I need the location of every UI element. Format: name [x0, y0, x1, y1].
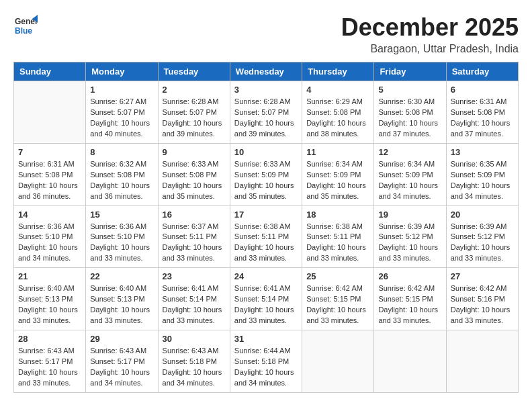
cell-w5-d5: [302, 330, 374, 393]
cell-w5-d6: [374, 330, 446, 393]
cell-info: Sunrise: 6:37 AM Sunset: 5:11 PM Dayligh…: [163, 222, 226, 265]
cell-w1-d4: 3Sunrise: 6:28 AM Sunset: 5:07 PM Daylig…: [230, 81, 302, 144]
day-number: 12: [378, 147, 441, 157]
day-number: 28: [18, 334, 81, 344]
cell-w2-d2: 8Sunrise: 6:32 AM Sunset: 5:08 PM Daylig…: [86, 143, 158, 205]
logo-icon: General Blue: [13, 13, 38, 38]
cell-info: Sunrise: 6:33 AM Sunset: 5:09 PM Dayligh…: [234, 159, 298, 202]
day-number: 17: [234, 210, 298, 220]
cell-info: Sunrise: 6:35 AM Sunset: 5:09 PM Dayligh…: [451, 159, 514, 202]
cell-info: Sunrise: 6:30 AM Sunset: 5:08 PM Dayligh…: [378, 97, 441, 140]
cell-w1-d3: 2Sunrise: 6:28 AM Sunset: 5:07 PM Daylig…: [158, 81, 230, 144]
day-number: 19: [378, 210, 441, 220]
cell-w5-d7: [446, 330, 518, 393]
col-wednesday: Wednesday: [230, 62, 302, 81]
cell-info: Sunrise: 6:29 AM Sunset: 5:08 PM Dayligh…: [306, 97, 369, 140]
cell-w4-d7: 27Sunrise: 6:42 AM Sunset: 5:16 PM Dayli…: [446, 268, 518, 330]
day-number: 21: [18, 271, 81, 281]
cell-w2-d3: 9Sunrise: 6:33 AM Sunset: 5:08 PM Daylig…: [158, 143, 230, 205]
day-number: 14: [18, 210, 81, 220]
cell-w1-d6: 5Sunrise: 6:30 AM Sunset: 5:08 PM Daylig…: [374, 81, 446, 144]
day-number: 15: [90, 210, 153, 220]
month-year: December 2025: [341, 13, 519, 42]
day-number: 2: [163, 85, 226, 95]
col-thursday: Thursday: [302, 62, 374, 81]
day-number: 4: [306, 85, 369, 95]
cell-info: Sunrise: 6:39 AM Sunset: 5:12 PM Dayligh…: [378, 222, 441, 265]
cell-w5-d4: 31Sunrise: 6:44 AM Sunset: 5:18 PM Dayli…: [230, 330, 302, 393]
cell-info: Sunrise: 6:43 AM Sunset: 5:18 PM Dayligh…: [163, 346, 226, 389]
day-number: 23: [163, 271, 226, 281]
cell-info: Sunrise: 6:36 AM Sunset: 5:10 PM Dayligh…: [90, 222, 153, 265]
cell-w3-d5: 18Sunrise: 6:38 AM Sunset: 5:11 PM Dayli…: [302, 205, 374, 268]
cell-w5-d3: 30Sunrise: 6:43 AM Sunset: 5:18 PM Dayli…: [158, 330, 230, 393]
cell-w4-d3: 23Sunrise: 6:41 AM Sunset: 5:14 PM Dayli…: [158, 268, 230, 330]
day-number: 11: [306, 147, 369, 157]
cell-w3-d2: 15Sunrise: 6:36 AM Sunset: 5:10 PM Dayli…: [86, 205, 158, 268]
cell-info: Sunrise: 6:39 AM Sunset: 5:12 PM Dayligh…: [451, 222, 514, 265]
cell-info: Sunrise: 6:44 AM Sunset: 5:18 PM Dayligh…: [234, 346, 298, 389]
cell-w3-d6: 19Sunrise: 6:39 AM Sunset: 5:12 PM Dayli…: [374, 205, 446, 268]
cell-info: Sunrise: 6:34 AM Sunset: 5:09 PM Dayligh…: [378, 159, 441, 202]
cell-info: Sunrise: 6:36 AM Sunset: 5:10 PM Dayligh…: [18, 222, 81, 265]
cell-w4-d1: 21Sunrise: 6:40 AM Sunset: 5:13 PM Dayli…: [14, 268, 86, 330]
page-header: General Blue December 2025 Baragaon, Utt…: [13, 13, 519, 55]
cell-info: Sunrise: 6:34 AM Sunset: 5:09 PM Dayligh…: [306, 159, 369, 202]
week-row-2: 7Sunrise: 6:31 AM Sunset: 5:08 PM Daylig…: [14, 143, 519, 205]
cell-w2-d7: 13Sunrise: 6:35 AM Sunset: 5:09 PM Dayli…: [446, 143, 518, 205]
cell-info: Sunrise: 6:40 AM Sunset: 5:13 PM Dayligh…: [18, 283, 81, 326]
col-tuesday: Tuesday: [158, 62, 230, 81]
day-number: 20: [451, 210, 514, 220]
day-number: 5: [378, 85, 441, 95]
day-number: 25: [306, 271, 369, 281]
cell-w2-d5: 11Sunrise: 6:34 AM Sunset: 5:09 PM Dayli…: [302, 143, 374, 205]
day-number: 10: [234, 147, 298, 157]
cell-w1-d5: 4Sunrise: 6:29 AM Sunset: 5:08 PM Daylig…: [302, 81, 374, 144]
cell-w3-d3: 16Sunrise: 6:37 AM Sunset: 5:11 PM Dayli…: [158, 205, 230, 268]
day-number: 13: [451, 147, 514, 157]
cell-info: Sunrise: 6:38 AM Sunset: 5:11 PM Dayligh…: [234, 222, 298, 265]
cell-info: Sunrise: 6:43 AM Sunset: 5:17 PM Dayligh…: [18, 346, 81, 389]
title-block: December 2025 Baragaon, Uttar Pradesh, I…: [341, 13, 519, 55]
cell-info: Sunrise: 6:40 AM Sunset: 5:13 PM Dayligh…: [90, 283, 153, 326]
cell-w1-d7: 6Sunrise: 6:31 AM Sunset: 5:08 PM Daylig…: [446, 81, 518, 144]
day-number: 31: [234, 334, 298, 344]
cell-info: Sunrise: 6:42 AM Sunset: 5:15 PM Dayligh…: [306, 283, 369, 326]
cell-info: Sunrise: 6:41 AM Sunset: 5:14 PM Dayligh…: [163, 283, 226, 326]
location: Baragaon, Uttar Pradesh, India: [341, 43, 519, 55]
day-number: 27: [451, 271, 514, 281]
day-number: 1: [90, 85, 153, 95]
col-sunday: Sunday: [14, 62, 86, 81]
day-number: 3: [234, 85, 298, 95]
day-number: 26: [378, 271, 441, 281]
week-row-1: 1Sunrise: 6:27 AM Sunset: 5:07 PM Daylig…: [14, 81, 519, 144]
week-row-4: 21Sunrise: 6:40 AM Sunset: 5:13 PM Dayli…: [14, 268, 519, 330]
cell-info: Sunrise: 6:28 AM Sunset: 5:07 PM Dayligh…: [163, 97, 226, 140]
day-number: 6: [451, 85, 514, 95]
cell-info: Sunrise: 6:31 AM Sunset: 5:08 PM Dayligh…: [18, 159, 81, 202]
day-number: 7: [18, 147, 81, 157]
day-number: 8: [90, 147, 153, 157]
cell-info: Sunrise: 6:32 AM Sunset: 5:08 PM Dayligh…: [90, 159, 153, 202]
week-row-5: 28Sunrise: 6:43 AM Sunset: 5:17 PM Dayli…: [14, 330, 519, 393]
cell-info: Sunrise: 6:28 AM Sunset: 5:07 PM Dayligh…: [234, 97, 298, 140]
cell-w3-d4: 17Sunrise: 6:38 AM Sunset: 5:11 PM Dayli…: [230, 205, 302, 268]
day-number: 16: [163, 210, 226, 220]
day-number: 18: [306, 210, 369, 220]
cell-w2-d6: 12Sunrise: 6:34 AM Sunset: 5:09 PM Dayli…: [374, 143, 446, 205]
svg-text:Blue: Blue: [15, 26, 32, 36]
cell-info: Sunrise: 6:42 AM Sunset: 5:16 PM Dayligh…: [451, 283, 514, 326]
calendar-header-row: Sunday Monday Tuesday Wednesday Thursday…: [14, 62, 519, 81]
cell-w1-d1: [14, 81, 86, 144]
week-row-3: 14Sunrise: 6:36 AM Sunset: 5:10 PM Dayli…: [14, 205, 519, 268]
cell-w4-d5: 25Sunrise: 6:42 AM Sunset: 5:15 PM Dayli…: [302, 268, 374, 330]
col-saturday: Saturday: [446, 62, 518, 81]
cell-w5-d2: 29Sunrise: 6:43 AM Sunset: 5:17 PM Dayli…: [86, 330, 158, 393]
cell-w4-d2: 22Sunrise: 6:40 AM Sunset: 5:13 PM Dayli…: [86, 268, 158, 330]
cell-w3-d7: 20Sunrise: 6:39 AM Sunset: 5:12 PM Dayli…: [446, 205, 518, 268]
day-number: 30: [163, 334, 226, 344]
calendar-table: Sunday Monday Tuesday Wednesday Thursday…: [13, 62, 519, 393]
cell-w2-d4: 10Sunrise: 6:33 AM Sunset: 5:09 PM Dayli…: [230, 143, 302, 205]
cell-info: Sunrise: 6:43 AM Sunset: 5:17 PM Dayligh…: [90, 346, 153, 389]
cell-w4-d4: 24Sunrise: 6:41 AM Sunset: 5:14 PM Dayli…: [230, 268, 302, 330]
